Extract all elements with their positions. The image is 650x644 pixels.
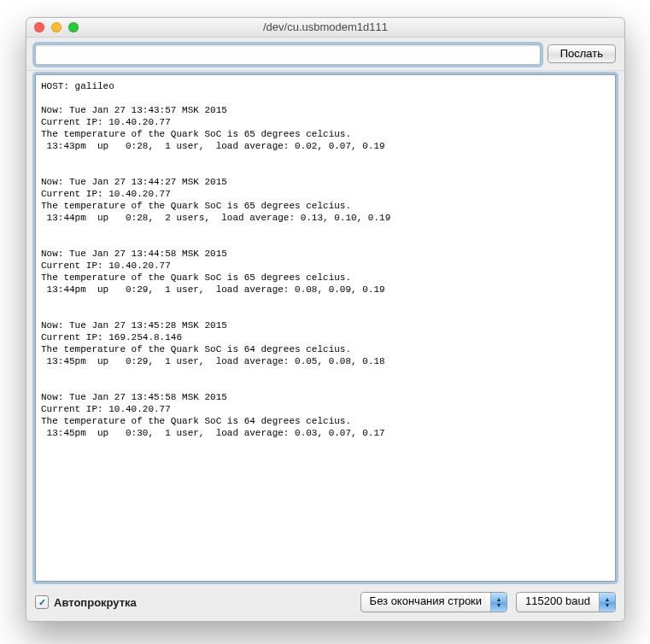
- serial-output-text: HOST: galileo Now: Tue Jan 27 13:43:57 M…: [41, 80, 610, 463]
- checkbox-icon: ✓: [35, 595, 49, 609]
- autoscroll-label: Автопрокрутка: [54, 596, 137, 609]
- serial-output[interactable]: HOST: galileo Now: Tue Jan 27 13:43:57 M…: [35, 74, 616, 582]
- line-ending-select[interactable]: Без окончания строки ▲▼: [360, 592, 507, 612]
- send-toolbar: Послать: [26, 38, 624, 71]
- autoscroll-checkbox[interactable]: ✓ Автопрокрутка: [35, 595, 137, 609]
- window-traffic-lights: [34, 22, 79, 32]
- updown-stepper-icon: ▲▼: [599, 593, 615, 612]
- minimize-icon[interactable]: [51, 22, 61, 32]
- serial-monitor-window: /dev/cu.usbmodem1d111 Послать HOST: gali…: [26, 17, 625, 622]
- baud-rate-select[interactable]: 115200 baud ▲▼: [516, 592, 616, 612]
- zoom-icon[interactable]: [68, 22, 79, 32]
- updown-stepper-icon: ▲▼: [490, 593, 507, 612]
- send-button[interactable]: Послать: [548, 44, 616, 63]
- bottom-bar: ✓ Автопрокрутка Без окончания строки ▲▼ …: [26, 588, 624, 621]
- serial-input[interactable]: [35, 44, 541, 65]
- baud-rate-value: 115200 baud: [517, 593, 599, 612]
- line-ending-value: Без окончания строки: [361, 593, 490, 612]
- titlebar[interactable]: /dev/cu.usbmodem1d111: [26, 18, 624, 38]
- close-icon[interactable]: [34, 22, 44, 32]
- window-title: /dev/cu.usbmodem1d111: [26, 18, 624, 37]
